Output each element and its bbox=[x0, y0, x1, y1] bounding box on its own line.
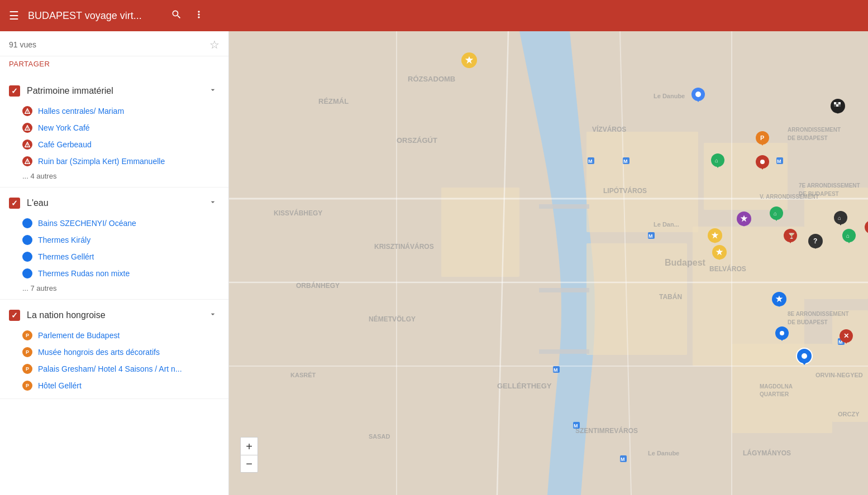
svg-point-3 bbox=[27, 129, 27, 129]
list-item[interactable]: Ruin bar (Szimpla Kert) Emmanuelle bbox=[9, 153, 220, 170]
svg-text:ÚJLIPÓTVÁROS: ÚJLIPÓTVÁROS bbox=[681, 31, 733, 33]
svg-text:NÉMETVÖLGY: NÉMETVÖLGY bbox=[369, 315, 416, 323]
search-icon[interactable] bbox=[171, 9, 182, 23]
section-nation-expand[interactable] bbox=[206, 307, 220, 323]
views-count: 91 vues bbox=[9, 40, 36, 49]
map-area[interactable]: RÉZMÁL RÓZSADOMB KISSVÁBHEGY ORBÁNHEGY K… bbox=[229, 31, 868, 495]
section-leau-items: Bains SZECHENYI/ Océane Thermes Király T… bbox=[0, 215, 228, 299]
list-item[interactable]: Thermes Gellért bbox=[9, 248, 220, 265]
svg-rect-17 bbox=[586, 132, 698, 232]
section-patrimoine-checkbox[interactable]: ✓ bbox=[9, 85, 20, 97]
item-label: Musée hongrois des arts décoratifs bbox=[38, 348, 160, 357]
svg-marker-11 bbox=[26, 241, 29, 243]
list-item[interactable]: New York Café bbox=[9, 119, 220, 136]
svg-text:P: P bbox=[760, 134, 764, 141]
svg-point-147 bbox=[802, 353, 807, 359]
svg-text:✕: ✕ bbox=[843, 332, 849, 340]
svg-point-1 bbox=[27, 112, 27, 113]
svg-text:?: ? bbox=[813, 237, 817, 245]
list-item[interactable]: Café Gerbeaud bbox=[9, 136, 220, 153]
sidebar-meta: 91 vues ☆ bbox=[0, 31, 228, 56]
section-patrimoine-header: ✓ Patrimoine immatériel bbox=[0, 75, 228, 103]
svg-text:Le Dan...: Le Dan... bbox=[654, 221, 679, 228]
svg-text:ORVIN-NEGYED: ORVIN-NEGYED bbox=[815, 372, 863, 378]
item-label: Bains SZECHENYI/ Océane bbox=[38, 219, 136, 228]
svg-text:Budapest: Budapest bbox=[665, 258, 706, 267]
svg-marker-13 bbox=[26, 257, 29, 259]
more-items-label[interactable]: ... 7 autres bbox=[9, 282, 220, 295]
svg-text:LÁGYMÁNYOS: LÁGYMÁNYOS bbox=[743, 449, 791, 457]
star-icon[interactable]: ☆ bbox=[209, 38, 220, 51]
list-item[interactable]: Thermes Rudas non mixte bbox=[9, 265, 220, 282]
item-label: Ruin bar (Szimpla Kert) Emmanuelle bbox=[38, 157, 165, 166]
svg-text:M: M bbox=[648, 233, 653, 239]
section-leau-checkbox[interactable]: ✓ bbox=[9, 198, 20, 209]
main-layout: 91 vues ☆ PARTAGER ✓ Patrimoine immatéri… bbox=[0, 31, 868, 495]
item-icon-blue bbox=[22, 218, 32, 228]
share-link[interactable]: PARTAGER bbox=[9, 60, 50, 68]
svg-text:M: M bbox=[621, 456, 625, 462]
list-item[interactable]: P Parlement de Budapest bbox=[9, 327, 220, 344]
svg-text:Le Danube: Le Danube bbox=[648, 450, 679, 456]
svg-text:VÍZVÁROS: VÍZVÁROS bbox=[592, 125, 626, 133]
section-nation-header: ✓ La nation hongroise bbox=[0, 300, 228, 327]
list-item[interactable]: Bains SZECHENYI/ Océane bbox=[9, 215, 220, 232]
list-item[interactable]: Halles centrales/ Mariam bbox=[9, 103, 220, 119]
section-nation-checkbox[interactable]: ✓ bbox=[9, 310, 20, 321]
item-icon bbox=[22, 156, 32, 166]
section-nation-title: La nation hongroise bbox=[27, 310, 199, 320]
list-item[interactable]: P Palais Gresham/ Hotel 4 Saisons / Art … bbox=[9, 361, 220, 377]
item-icon-orange: P bbox=[22, 364, 32, 374]
svg-point-97 bbox=[760, 160, 765, 164]
section-patrimoine-items: Halles centrales/ Mariam New York Café C… bbox=[0, 103, 228, 187]
section-leau-expand[interactable] bbox=[206, 195, 220, 210]
item-label: New York Café bbox=[38, 123, 90, 132]
svg-rect-34 bbox=[539, 349, 589, 354]
more-items-label[interactable]: ... 4 autres bbox=[9, 170, 220, 182]
svg-text:M: M bbox=[623, 158, 628, 164]
svg-text:KISSVÁBHEGY: KISSVÁBHEGY bbox=[274, 209, 322, 217]
list-item[interactable]: P Musée hongrois des arts décoratifs bbox=[9, 344, 220, 361]
zoom-in-button[interactable]: + bbox=[240, 437, 258, 455]
svg-text:TABÁN: TABÁN bbox=[659, 292, 682, 301]
svg-text:SZENTIMREVÁROS: SZENTIMREVÁROS bbox=[575, 426, 638, 435]
item-icon-blue bbox=[22, 252, 32, 262]
svg-rect-106 bbox=[834, 104, 836, 107]
list-item[interactable]: Thermes Király bbox=[9, 232, 220, 248]
svg-text:DE BUDAPEST: DE BUDAPEST bbox=[799, 191, 839, 197]
item-icon bbox=[22, 106, 32, 116]
item-icon-orange: P bbox=[22, 347, 32, 357]
section-leau-header: ✓ L'eau bbox=[0, 188, 228, 215]
check-icon: ✓ bbox=[11, 311, 18, 320]
item-icon-orange: P bbox=[22, 381, 32, 391]
item-icon-orange: P bbox=[22, 330, 32, 340]
svg-text:LIPÓTVÁROS: LIPÓTVÁROS bbox=[603, 186, 647, 195]
svg-text:7E ARRONDISSEMENT: 7E ARRONDISSEMENT bbox=[799, 182, 860, 189]
svg-text:RÓZSADOMB: RÓZSADOMB bbox=[408, 75, 455, 83]
section-patrimoine-expand[interactable] bbox=[206, 83, 220, 98]
menu-icon[interactable]: ☰ bbox=[9, 9, 19, 22]
svg-point-91 bbox=[695, 92, 701, 97]
svg-point-5 bbox=[27, 146, 27, 146]
item-label: Palais Gresham/ Hotel 4 Saisons / Art n.… bbox=[38, 364, 182, 373]
item-icon-blue bbox=[22, 235, 32, 245]
item-label: Parlement de Budapest bbox=[38, 331, 120, 340]
svg-marker-15 bbox=[26, 274, 29, 276]
svg-text:⌂: ⌂ bbox=[774, 210, 777, 217]
app-title: BUDAPEST voyage virt... bbox=[28, 10, 162, 22]
item-label: Thermes Rudas non mixte bbox=[38, 269, 130, 278]
item-icon-blue bbox=[22, 268, 32, 278]
more-options-icon[interactable] bbox=[193, 9, 204, 23]
svg-text:ARRONDISSEMENT: ARRONDISSEMENT bbox=[788, 127, 841, 133]
svg-rect-32 bbox=[539, 204, 589, 209]
item-icon bbox=[22, 123, 32, 133]
svg-text:M: M bbox=[554, 367, 558, 373]
svg-rect-18 bbox=[704, 143, 788, 210]
zoom-out-button[interactable]: − bbox=[240, 455, 258, 473]
svg-rect-105 bbox=[838, 102, 841, 104]
section-nation: ✓ La nation hongroise P Parlement de Bud… bbox=[0, 300, 228, 399]
svg-text:SASAD: SASAD bbox=[369, 433, 390, 440]
list-item[interactable]: P Hôtel Gellért bbox=[9, 377, 220, 394]
svg-text:M: M bbox=[588, 158, 593, 164]
app-header: ☰ BUDAPEST voyage virt... bbox=[0, 0, 868, 31]
